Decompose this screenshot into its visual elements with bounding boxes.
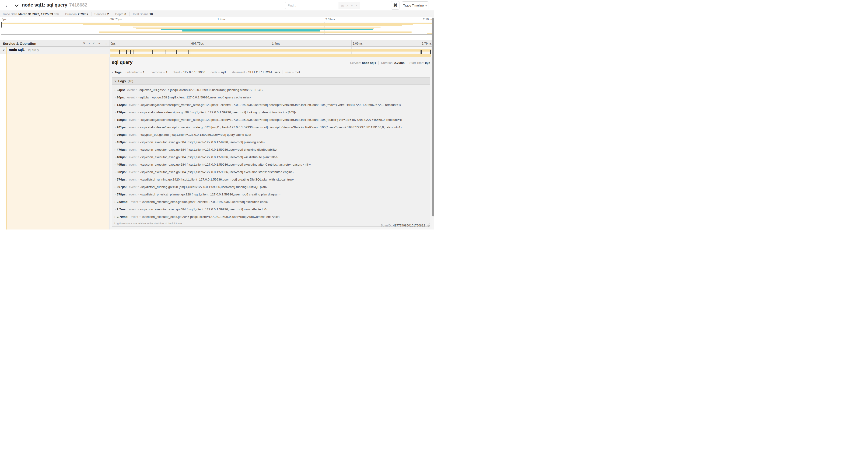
log-entry[interactable]: 366μs: event = ‹sql/plan_opt.go:358 [nsq… [114, 131, 430, 138]
log-field-value: ‹sql/catalog/lease/descriptor_version_st… [140, 118, 402, 122]
log-expand-chevron-icon[interactable] [114, 155, 117, 159]
log-expand-chevron-icon[interactable] [114, 207, 117, 211]
logs-header[interactable]: Logs (18) [112, 78, 430, 85]
tag-value: 1 [166, 70, 167, 74]
log-entry[interactable]: 678μs: event = ‹sql/distsql_physical_pla… [114, 191, 430, 198]
locate-icon[interactable] [341, 4, 344, 7]
summary-item: Services2 [91, 12, 109, 16]
log-field-key: event [129, 148, 136, 151]
log-entry[interactable]: 502μs: event = ‹sql/conn_executor_exec.g… [114, 168, 430, 176]
tags-label: Tags: [115, 70, 123, 74]
service-operation-header: Service & Operation [0, 40, 110, 46]
timeline-tick-label: 2.09ms [351, 42, 363, 45]
log-expand-chevron-icon[interactable] [114, 200, 117, 204]
tags-expand-chevron-icon[interactable] [112, 70, 113, 74]
tag-value: root [295, 70, 300, 74]
log-expand-chevron-icon[interactable] [114, 215, 117, 219]
keyboard-shortcuts-button[interactable] [391, 1, 400, 9]
log-timestamp: 80μs: [117, 96, 125, 99]
next-result-chevron-icon[interactable] [351, 4, 353, 7]
span-row-name-cell[interactable]: node sql1 sql query [0, 47, 110, 54]
collapse-one-chevron-icon[interactable] [83, 41, 85, 45]
logs-collapse-chevron-icon[interactable] [114, 79, 117, 83]
log-expand-chevron-icon[interactable] [114, 96, 117, 99]
collapse-trace-chevron-icon[interactable] [14, 4, 19, 8]
span-info-value: node sql1 [362, 61, 376, 65]
log-expand-chevron-icon[interactable] [114, 126, 117, 129]
log-field-value: ‹sql/distsql_physical_planner.go:828 [ns… [140, 193, 280, 196]
log-expand-chevron-icon[interactable] [114, 185, 117, 189]
span-duration-bar[interactable] [110, 49, 431, 52]
back-arrow-icon[interactable] [4, 2, 11, 9]
trace-id: 7418682 [69, 2, 87, 7]
span-row: node sql1 sql query [0, 47, 434, 54]
summary-value: 10 [150, 12, 153, 16]
viewport-left-scrubber[interactable] [1, 22, 2, 28]
log-expand-chevron-icon[interactable] [114, 148, 117, 151]
summary-label: Services [94, 12, 106, 16]
log-expand-chevron-icon[interactable] [114, 110, 117, 114]
tag-equals: = [163, 71, 165, 74]
log-entry[interactable]: 34μs: event = ‹sql/exec_util.go:2297 [ns… [114, 86, 430, 94]
log-entry[interactable]: 189μs: event = ‹sql/catalog/lease/descri… [114, 116, 430, 123]
log-entry[interactable]: 574μs: event = ‹sql/distsql_running.go:1… [114, 176, 430, 183]
log-expand-chevron-icon[interactable] [114, 170, 117, 174]
log-entry[interactable]: 2.79ms: event = ‹sql/conn_executor_exec.… [114, 213, 430, 220]
span-id-row: SpanID: 4877749850101760812 [381, 223, 430, 228]
expand-one-chevron-icon[interactable] [89, 41, 90, 45]
log-expand-chevron-icon[interactable] [114, 118, 117, 122]
column-resize-grip-icon[interactable] [105, 42, 107, 45]
expand-all-double-chevron-icon[interactable] [98, 41, 100, 45]
minimap-span-bar [120, 25, 402, 26]
deep-link-icon[interactable] [427, 223, 430, 227]
log-expand-chevron-icon[interactable] [114, 133, 117, 136]
find-input[interactable] [285, 2, 339, 9]
trace-view-selector[interactable]: Trace Timeline [402, 1, 428, 9]
log-expand-chevron-icon[interactable] [114, 103, 117, 107]
minimap-span-bar [133, 27, 381, 28]
detail-span-bar [110, 54, 431, 57]
minimap-canvas[interactable] [1, 22, 433, 35]
span-detail-operation: sql query [112, 60, 132, 65]
log-entry[interactable]: 486μs: event = ‹sql/conn_executor_exec.g… [114, 153, 430, 161]
log-entry[interactable]: 495μs: event = ‹sql/conn_executor_exec.g… [114, 161, 430, 168]
summary-value: 2.79ms [78, 12, 88, 16]
span-id-value: 4877749850101760812 [393, 224, 425, 227]
prev-result-chevron-icon[interactable] [346, 4, 349, 7]
log-equals: = [138, 141, 139, 143]
log-expand-chevron-icon[interactable] [114, 163, 117, 166]
timeline-tick-label: 0μs [110, 42, 116, 45]
minimap-span-bar [182, 30, 320, 31]
log-entry[interactable]: 476μs: event = ‹sql/conn_executor_exec.g… [114, 146, 430, 153]
vertical-scrollbar[interactable] [432, 17, 434, 230]
scrollbar-thumb[interactable] [432, 18, 434, 217]
clear-search-icon[interactable] [355, 4, 358, 7]
log-entry[interactable]: 2.7ms: event = ‹sql/conn_executor_exec.g… [114, 205, 430, 213]
tags-accordion[interactable]: Tags:_unfinished=1_verbose=1client=127.0… [112, 70, 430, 76]
log-entry[interactable]: 80μs: event = ‹sql/plan_opt.go:358 [nsql… [114, 94, 430, 101]
tag-value: 1 [143, 70, 145, 74]
log-entry[interactable]: 597μs: event = ‹sql/distsql_running.go:4… [114, 183, 430, 191]
log-entry[interactable]: 201μs: event = ‹sql/catalog/lease/descri… [114, 123, 430, 131]
log-entry[interactable]: 459μs: event = ‹sql/conn_executor_exec.g… [114, 138, 430, 146]
log-expand-chevron-icon[interactable] [114, 88, 117, 92]
log-timestamp: 495μs: [117, 163, 127, 166]
log-expand-chevron-icon[interactable] [114, 178, 117, 181]
minimap-span-row [1, 33, 432, 34]
span-collapse-chevron-icon[interactable] [3, 48, 5, 52]
log-expand-chevron-icon[interactable] [114, 140, 117, 144]
log-entry[interactable]: 176μs: event = ‹sql/catalog/descs/descri… [114, 108, 430, 116]
log-field-value: ‹sql/catalog/descs/descriptor.go:98 [nsq… [140, 110, 296, 114]
log-field-key: event [129, 118, 136, 122]
span-info-item: Start Time:0μs [407, 61, 430, 65]
axis-tick-label: 1.4ms [217, 18, 225, 21]
log-field-value: ‹sql/conn_executor_exec.go:684 [nsql1,cl… [142, 200, 268, 204]
log-expand-chevron-icon[interactable] [114, 193, 117, 196]
log-entry[interactable]: 142μs: event = ‹sql/catalog/lease/descri… [114, 101, 430, 108]
log-entry[interactable]: 2.69ms: event = ‹sql/conn_executor_exec.… [114, 198, 430, 205]
collapse-all-double-chevron-icon[interactable] [92, 42, 96, 44]
timeline-tick-label: 2.79ms [422, 42, 432, 45]
log-field-key: event [129, 185, 136, 189]
span-row-timeline-cell[interactable] [110, 47, 432, 54]
span-info-label: Service: [350, 61, 361, 65]
